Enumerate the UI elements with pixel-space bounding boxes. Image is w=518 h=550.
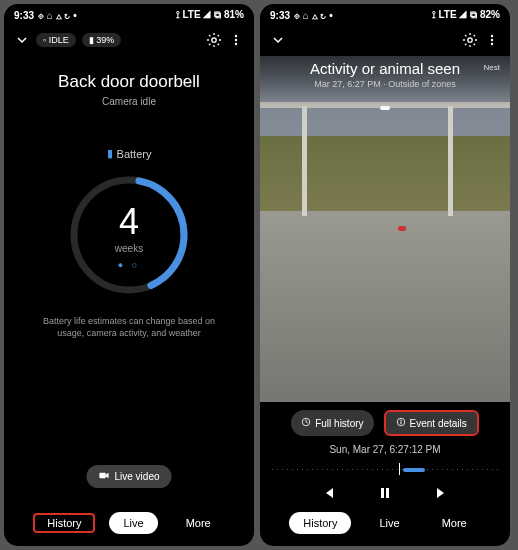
status-bar: 9:33 ⟐ ⌂ △ ↻ • ⟟ LTE ◢ ⧉ 82% (260, 4, 510, 26)
chevron-down-icon[interactable] (14, 32, 30, 48)
svg-point-3 (235, 43, 237, 45)
battery-section: ▮ Battery 4 weeks ● ○ (4, 147, 254, 300)
svg-rect-16 (386, 488, 389, 498)
status-time: 9:33 (14, 10, 34, 21)
svg-point-1 (235, 35, 237, 37)
history-icon (301, 417, 311, 429)
tab-history-highlight: History (33, 513, 95, 533)
full-history-button[interactable]: Full history (291, 410, 373, 436)
camera-icon (98, 470, 109, 483)
tab-history[interactable]: History (289, 512, 351, 534)
event-details-button[interactable]: Event details (384, 410, 479, 436)
battery-disclaimer: Battery life estimates can change based … (4, 316, 254, 339)
more-icon[interactable] (228, 32, 244, 48)
gear-icon[interactable] (462, 32, 478, 48)
more-icon[interactable] (484, 32, 500, 48)
svg-point-7 (468, 38, 472, 42)
chevron-down-icon[interactable] (270, 32, 286, 48)
lower-panel: Full history Event details Sun, Mar 27, … (260, 402, 510, 546)
event-title: Activity or animal seen (260, 60, 510, 77)
tab-more[interactable]: More (172, 512, 225, 534)
tab-more[interactable]: More (428, 512, 481, 534)
event-details-label: Event details (410, 418, 467, 429)
tab-history[interactable]: History (43, 515, 85, 531)
status-pill-idle: ◦ IDLE (36, 33, 76, 47)
camera-view[interactable]: Activity or animal seen Mar 27, 6:27 PM … (260, 56, 510, 546)
left-screenshot: 9:33 ⟐ ⌂ △ ↻ • ⟟ LTE ◢ ⧉ 81% ◦ IDLE ▮ 39… (4, 4, 254, 546)
tab-live[interactable]: Live (365, 512, 413, 534)
battery-ring[interactable]: 4 weeks ● ○ (64, 170, 194, 300)
top-bar (260, 26, 510, 54)
status-pill-battery: ▮ 39% (82, 33, 122, 47)
gear-icon[interactable] (206, 32, 222, 48)
svg-point-10 (491, 43, 493, 45)
svg-point-9 (491, 39, 493, 41)
event-timestamp: Sun, Mar 27, 6:27:12 PM (260, 444, 510, 455)
device-subtitle: Camera idle (4, 96, 254, 107)
status-network: ⟟ LTE ◢ ⧉ 82% (432, 9, 500, 21)
status-icons: ⟐ ⌂ △ ↻ • (38, 10, 77, 21)
battery-label: Battery (117, 148, 152, 160)
brand-badge: Nest (480, 62, 504, 73)
live-video-button[interactable]: Live video (86, 465, 171, 488)
prev-button[interactable] (321, 485, 337, 504)
next-button[interactable] (433, 485, 449, 504)
bottom-nav: History Live More (4, 512, 254, 534)
svg-point-8 (491, 35, 493, 37)
battery-value: 4 (119, 201, 139, 243)
svg-rect-6 (99, 473, 105, 479)
info-icon (396, 417, 406, 429)
svg-point-2 (235, 39, 237, 41)
svg-rect-15 (381, 488, 384, 498)
live-video-label: Live video (114, 471, 159, 482)
status-time: 9:33 (270, 10, 290, 21)
pause-button[interactable] (377, 485, 393, 504)
event-subtitle: Mar 27, 6:27 PM · Outside of zones (260, 79, 510, 89)
svg-rect-14 (400, 421, 401, 424)
page-dots: ● ○ (118, 260, 140, 270)
top-bar: ◦ IDLE ▮ 39% (4, 26, 254, 54)
status-bar: 9:33 ⟐ ⌂ △ ↻ • ⟟ LTE ◢ ⧉ 81% (4, 4, 254, 26)
svg-point-13 (400, 420, 401, 421)
full-history-label: Full history (315, 418, 363, 429)
bottom-nav: History Live More (260, 512, 510, 534)
battery-icon: ▮ (107, 147, 113, 160)
right-screenshot: 9:33 ⟐ ⌂ △ ↻ • ⟟ LTE ◢ ⧉ 82% Activity or… (260, 4, 510, 546)
device-title: Back door doorbell (4, 72, 254, 92)
timeline[interactable] (272, 461, 498, 477)
status-network: ⟟ LTE ◢ ⧉ 81% (176, 9, 244, 21)
battery-unit: weeks (115, 243, 143, 254)
tab-live[interactable]: Live (109, 512, 157, 534)
status-icons: ⟐ ⌂ △ ↻ • (294, 10, 333, 21)
svg-point-0 (212, 38, 216, 42)
